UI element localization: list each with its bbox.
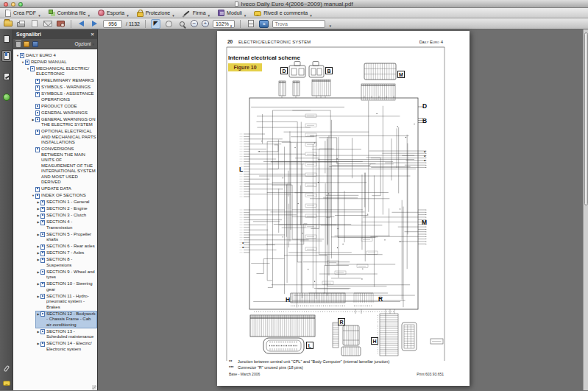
- bookmark-item[interactable]: GENERAL WARNINGS: [31, 110, 88, 116]
- bookmarks-panel: Segnalibri × Opzioni DAILY EURO 4REPAIR …: [13, 29, 98, 390]
- side-letter-b: B: [422, 117, 427, 124]
- bookmark-item[interactable]: SECTION 3 - Clutch: [36, 213, 86, 219]
- bookmark-item[interactable]: CONVERSIONS BETWEEN THE MAIN UNITS OF ME…: [31, 147, 96, 186]
- bookmark-item[interactable]: SECTION 4 - Transmission: [36, 219, 96, 230]
- bookmark-page-icon: [35, 110, 40, 116]
- bookmark-item[interactable]: SECTION 9 - Wheel and tyres: [36, 270, 96, 281]
- chevron-down-icon: [38, 7, 40, 20]
- bookmark-item[interactable]: SECTION 5 - Propeller shafts: [36, 232, 96, 243]
- footnote-marker: **: [229, 359, 235, 364]
- sign-button[interactable]: Firma: [181, 9, 211, 18]
- bookmark-item[interactable]: SECTION 7 - Axles: [36, 250, 84, 256]
- bookmark-item[interactable]: PRODUCT CODE: [31, 104, 77, 110]
- page-footer-left: Base - March 2006: [229, 372, 260, 376]
- comment-button[interactable]: Rivedi e commenta: [252, 9, 313, 18]
- bookmarks-options-menu[interactable]: Opzioni: [74, 41, 94, 46]
- vertical-scrollbar[interactable]: [583, 29, 588, 390]
- bookmark-page-icon: [40, 232, 45, 237]
- attachments-panel-button[interactable]: [1, 362, 12, 374]
- bookmark-label: SECTION 12 - Bodywork - Chassis Frame - …: [46, 311, 96, 328]
- new-pdf-button[interactable]: Crea PDF: [4, 9, 42, 18]
- bookmark-label: SECTION 3 - Clutch: [46, 213, 86, 219]
- open-folder-icon: [4, 21, 13, 27]
- bookmark-page-icon: [40, 258, 45, 263]
- toolbar-button-label: Protezione: [146, 10, 170, 15]
- next-page-button[interactable]: [90, 19, 99, 29]
- bookmark-item[interactable]: INDEX OF SECTIONS: [31, 193, 86, 199]
- previous-page-button[interactable]: [77, 19, 86, 29]
- bookmark-item[interactable]: MECHANICAL ELECTRIC/ ELECTRONIC: [26, 66, 96, 77]
- bookmark-item[interactable]: OPTIONAL ELECTRICAL AND MECHANICAL PARTS…: [31, 129, 96, 146]
- pages-panel-button[interactable]: [1, 33, 12, 45]
- bookmark-item[interactable]: SECTION 12 - Bodywork - Chassis Frame - …: [36, 311, 96, 328]
- open-file-button[interactable]: [3, 19, 13, 29]
- close-panel-icon[interactable]: ×: [91, 32, 94, 38]
- bookmark-item[interactable]: PRELIMINARY REMARKS: [31, 78, 94, 84]
- bookmark-label: SECTION 4 - Transmission: [46, 219, 96, 230]
- marquee-zoom-button[interactable]: [177, 19, 187, 29]
- bookmark-label: CONVERSIONS BETWEEN THE MAIN UNITS OF ME…: [41, 147, 96, 186]
- zoom-level-value: 102%: [216, 21, 229, 27]
- forms-button[interactable]: Moduli: [216, 9, 247, 18]
- bookmarks-panel-button[interactable]: [1, 50, 12, 62]
- zoom-out-button[interactable]: −: [191, 20, 198, 27]
- bookmark-item[interactable]: UPDATE DATA: [31, 186, 71, 192]
- hand-tool-button[interactable]: [164, 19, 174, 29]
- bookmark-item[interactable]: REPAIR MANUAL: [21, 60, 67, 66]
- bookmark-label: MECHANICAL ELECTRIC/ ELECTRONIC: [36, 66, 96, 77]
- new-bookmark-icon[interactable]: [24, 41, 29, 47]
- signatures-panel-button[interactable]: [1, 71, 12, 82]
- bookmark-item[interactable]: SYMBOLS - ASSISTANCE OPERATIONS: [31, 91, 96, 102]
- new-pdf-icon: [5, 10, 11, 17]
- bookmark-item[interactable]: SECTION 8 - Suspensions: [36, 257, 96, 268]
- bookmark-page-icon: [40, 270, 45, 275]
- bookmark-label: OPTIONAL ELECTRICAL AND MECHANICAL PARTS…: [41, 129, 96, 146]
- bookmark-item[interactable]: SECTION 10 - Steering gear: [36, 281, 96, 292]
- bookmark-label: GENERAL WARNINGS ON THE ELECTRIC SYSTEM: [41, 117, 96, 128]
- bookmark-page-icon: [35, 147, 40, 152]
- footnote-text: Junction between central unit "CPL" and …: [238, 359, 389, 364]
- zoom-level-dropdown[interactable]: 102%: [213, 20, 235, 28]
- select-tool-button[interactable]: ◤: [151, 19, 160, 29]
- panel-resize-grip[interactable]: [92, 385, 96, 390]
- bookmark-page-icon: [35, 104, 40, 109]
- bookmark-label: SECTION 9 - Wheel and tyres: [46, 270, 96, 281]
- connector-h-label: H: [371, 337, 378, 345]
- bookmark-item[interactable]: SECTION 13 - Scheduled maintenance: [36, 329, 96, 340]
- pdf-page: 20 ELECTRIC/ELECTRONIC SYSTEM Daily Euro…: [217, 31, 470, 386]
- find-input[interactable]: [272, 20, 325, 28]
- bookmark-label: UPDATE DATA: [41, 186, 71, 192]
- bookmark-item[interactable]: DAILY EURO 4: [15, 53, 56, 59]
- print-button[interactable]: [16, 19, 26, 29]
- chevron-down-icon: [88, 7, 91, 20]
- page-number-input[interactable]: [103, 20, 122, 28]
- comments-panel-button[interactable]: [1, 377, 12, 389]
- email-button[interactable]: [43, 19, 52, 29]
- bookmark-item[interactable]: SECTION 11 - Hydro- pneumatic system - B…: [36, 294, 96, 311]
- bookmark-item[interactable]: SECTION 6 - Rear axles: [36, 244, 95, 250]
- combine-button[interactable]: Combina file: [47, 9, 91, 18]
- zoom-in-button[interactable]: +: [202, 20, 209, 27]
- find-options-caret-icon[interactable]: [329, 17, 331, 30]
- main-toolbar: Crea PDFCombina fileEsportaProtezioneFir…: [0, 8, 588, 18]
- highlight-bookmark-icon[interactable]: [32, 41, 38, 47]
- bookmark-item[interactable]: SECTION 1 - General: [36, 200, 89, 205]
- bookmark-item[interactable]: GENERAL WARNINGS ON THE ELECTRIC SYSTEM: [31, 117, 96, 128]
- toolbar-separator: [71, 20, 71, 28]
- guide-panel-button[interactable]: [1, 91, 12, 103]
- protect-button[interactable]: Protezione: [135, 9, 176, 18]
- chevron-down-icon: [310, 7, 312, 20]
- page-display-mode-button[interactable]: [246, 19, 255, 29]
- fullscreen-button[interactable]: ×: [259, 20, 269, 28]
- save-button[interactable]: [29, 19, 39, 29]
- bookmark-item[interactable]: SECTION 2 - Engine: [36, 206, 88, 212]
- delete-bookmark-icon[interactable]: [16, 42, 21, 47]
- snapshot-button[interactable]: [56, 19, 65, 29]
- bookmark-label: SECTION 14 - Electric/ Electronic system: [46, 341, 96, 352]
- bookmark-label: SECTION 13 - Scheduled maintenance: [46, 329, 96, 340]
- side-letter-r: R: [378, 295, 383, 303]
- bookmark-item[interactable]: SECTION 14 - Electric/ Electronic system: [36, 341, 96, 352]
- export-button[interactable]: Esporta: [96, 9, 130, 18]
- scrollbar-thumb[interactable]: [584, 32, 588, 205]
- bookmark-item[interactable]: SYMBOLS - WARNINGS: [31, 85, 91, 91]
